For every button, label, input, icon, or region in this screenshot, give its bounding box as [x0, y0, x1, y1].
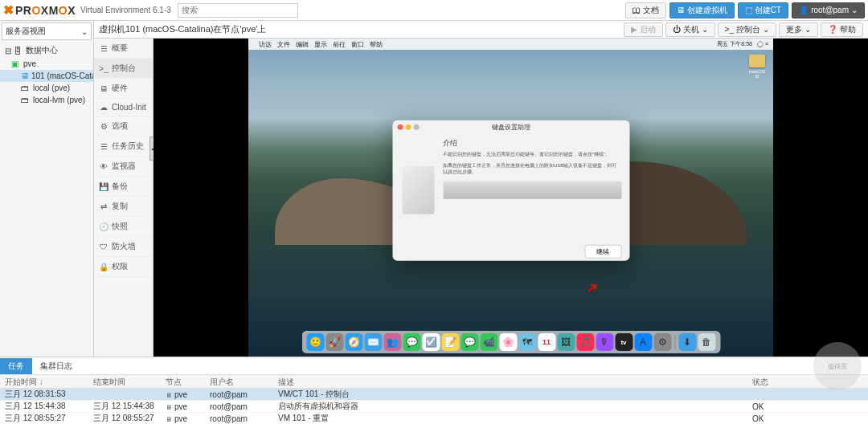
dock-tv-icon[interactable]: tv	[615, 333, 633, 351]
col-node[interactable]: 节点	[161, 375, 205, 388]
main-area: 服务器视图⌄ ⊟🗄数据中心 ▣pve 🖥101 (macOS-Catalina)…	[0, 21, 868, 357]
user-menu[interactable]: 👤root@pam ⌄	[792, 2, 865, 18]
close-icon[interactable]	[397, 124, 403, 129]
macos-desktop: 访达 文件 编辑 显示 前往 窗口 帮助 周五 下午8:58◯ ≡	[248, 39, 773, 357]
dock-podcasts-icon[interactable]: 🎙	[596, 333, 613, 351]
submenu-summary[interactable]: ☰概要	[94, 39, 153, 59]
logo: ✖ PROXMOX	[3, 2, 76, 18]
menubar-status: 周五 下午8:58◯ ≡	[712, 40, 768, 48]
dock-music-icon[interactable]: 🎵	[576, 333, 594, 351]
clock-icon: 🕘	[99, 222, 108, 231]
dialog-body: 介绍 不能识别您的键盘，无法启用某些功能键等。要识别您的键盘，请点按"继续"。 …	[392, 133, 629, 242]
dock-launchpad-icon[interactable]: 🚀	[326, 333, 343, 351]
tree-node-pve[interactable]: ▣pve	[0, 58, 93, 70]
submenu-monitor[interactable]: 👁监视器	[94, 157, 153, 177]
tree-storage-local-lvm[interactable]: 🗃local-lvm (pve)	[0, 94, 93, 106]
more-button[interactable]: 更多 ⌄	[779, 22, 818, 37]
gear-icon: ⚙	[99, 122, 108, 131]
submenu-console[interactable]: >_控制台	[94, 59, 153, 79]
dock-notes-icon[interactable]: 📝	[441, 333, 459, 351]
search-input[interactable]	[178, 3, 298, 18]
submenu-cloudinit[interactable]: ☁Cloud-Init	[94, 99, 153, 116]
submenu-backup[interactable]: 💾备份	[94, 177, 153, 197]
chevron-down-icon: ⌄	[702, 25, 708, 34]
tree-datacenter[interactable]: ⊟🗄数据中心	[0, 43, 93, 58]
help-button[interactable]: ❓帮助	[821, 22, 863, 37]
col-user[interactable]: 用户名	[205, 375, 273, 388]
dock-photos-icon[interactable]: 🌸	[499, 333, 517, 351]
vm-submenu: ☰概要 >_控制台 🖥硬件 ☁Cloud-Init ⚙选项 ☰任务历史 👁监视器…	[94, 39, 154, 357]
wallpaper-water	[248, 274, 773, 300]
keyboard-image	[443, 181, 621, 199]
traffic-lights[interactable]	[397, 124, 419, 129]
content-panel: 虚拟机101 (macOS-Catalina)在节点'pve'上 ▶启动 ⏻关机…	[94, 21, 868, 357]
resource-tree-panel: 服务器视图⌄ ⊟🗄数据中心 ▣pve 🖥101 (macOS-Catalina)…	[0, 21, 94, 357]
logo-text: PROXMOX	[15, 4, 76, 17]
menu-view[interactable]: 显示	[314, 40, 327, 49]
dock-contacts-icon[interactable]: 👥	[383, 333, 401, 351]
minus-icon: ⊟	[5, 47, 11, 55]
play-icon: ▶	[631, 25, 637, 34]
dock-maps-icon[interactable]: 🗺	[518, 333, 536, 351]
log-row[interactable]: 三月 12 08:55:27三月 12 08:55:27pveroot@pamV…	[0, 413, 868, 424]
log-tab-tasks[interactable]: 任务	[0, 358, 32, 374]
dock-safari-icon[interactable]: 🧭	[345, 333, 362, 351]
col-desc[interactable]: 描述	[273, 375, 747, 388]
submenu-task-history[interactable]: ☰任务历史	[94, 137, 153, 157]
col-start[interactable]: 开始时间 ↓	[0, 375, 88, 388]
submenu-firewall[interactable]: 🛡防火墙	[94, 237, 153, 257]
dock-messages-icon[interactable]: 💬	[461, 333, 478, 351]
version-label: Virtual Environment 6.1-3	[80, 6, 171, 14]
menu-go[interactable]: 前往	[333, 40, 346, 49]
dock-settings-icon[interactable]: ⚙	[653, 333, 671, 351]
menu-help[interactable]: 帮助	[370, 40, 383, 49]
col-end[interactable]: 结束时间	[88, 375, 161, 388]
dock-facetime-icon[interactable]: 📹	[480, 333, 497, 351]
dock-finder-icon[interactable]: 🙂	[306, 333, 324, 351]
desktop-disk-icon[interactable]: macOS B	[747, 55, 767, 79]
dock-preview-icon[interactable]: 🖼	[557, 333, 575, 351]
menu-window[interactable]: 窗口	[351, 40, 364, 49]
dialog-para-1: 不能识别您的键盘，无法启用某些功能键等。要识别您的键盘，请点按"继续"。	[443, 152, 621, 158]
tree-vm-101[interactable]: 🖥101 (macOS-Catalina)	[0, 70, 93, 82]
dock-appstore-icon[interactable]: A	[634, 333, 652, 351]
menu-file[interactable]: 文件	[277, 40, 290, 49]
dock-reminders-icon[interactable]: ☑️	[422, 333, 440, 351]
submenu-hardware[interactable]: 🖥硬件	[94, 79, 153, 99]
dock-calendar-badge-icon[interactable]: 💬	[403, 333, 420, 351]
continue-button[interactable]: 继续	[584, 244, 621, 258]
dock-calendar-11-icon[interactable]: 11	[538, 333, 555, 351]
dock-separator	[674, 335, 675, 349]
tree-storage-local[interactable]: 🗃local (pve)	[0, 82, 93, 94]
menu-finder[interactable]: 访达	[259, 40, 272, 49]
power-icon: ⏻	[673, 25, 681, 34]
dialog-content: 介绍 不能识别您的键盘，无法启用某些功能键等。要识别您的键盘，请点按"继续"。 …	[443, 138, 621, 242]
submenu-snapshot[interactable]: 🕘快照	[94, 217, 153, 237]
lock-icon: 🔒	[99, 263, 108, 271]
menu-edit[interactable]: 编辑	[296, 40, 309, 49]
submenu-replication[interactable]: ⇄复制	[94, 197, 153, 217]
dock-downloads-icon[interactable]: ⬇	[678, 333, 696, 351]
log-tab-cluster[interactable]: 集群日志	[32, 358, 80, 374]
docs-button[interactable]: 🕮文档	[625, 2, 666, 18]
chevron-down-icon: ⌄	[81, 27, 88, 36]
breadcrumb: 虚拟机101 (macOS-Catalina)在节点'pve'上	[99, 23, 266, 35]
create-ct-button[interactable]: ⬚创建CT	[738, 2, 788, 18]
start-button[interactable]: ▶启动	[624, 22, 663, 37]
submenu-permissions[interactable]: 🔒权限	[94, 257, 153, 277]
shutdown-button[interactable]: ⏻关机 ⌄	[665, 22, 715, 37]
console-button[interactable]: >_控制台 ⌄	[718, 22, 776, 37]
create-vm-button[interactable]: 🖥创建虚拟机	[669, 2, 735, 18]
submenu-options[interactable]: ⚙选项	[94, 116, 153, 137]
search-box[interactable]	[178, 3, 298, 18]
help-icon: ❓	[828, 25, 837, 34]
vm-console[interactable]: 访达 文件 编辑 显示 前往 窗口 帮助 周五 下午8:58◯ ≡	[154, 39, 868, 357]
dock-trash-icon[interactable]: 🗑	[698, 333, 715, 351]
chevron-down-icon: ⌄	[805, 25, 811, 34]
log-tab-bar: 任务 集群日志	[0, 357, 868, 374]
novnc-viewport[interactable]: 访达 文件 编辑 显示 前往 窗口 帮助 周五 下午8:58◯ ≡	[248, 39, 773, 357]
chip-icon: 🖥	[99, 84, 108, 93]
dock-mail-icon[interactable]: ✉️	[364, 333, 382, 351]
top-header: ✖ PROXMOX Virtual Environment 6.1-3 🕮文档 …	[0, 0, 868, 21]
view-selector[interactable]: 服务器视图⌄	[2, 22, 92, 40]
